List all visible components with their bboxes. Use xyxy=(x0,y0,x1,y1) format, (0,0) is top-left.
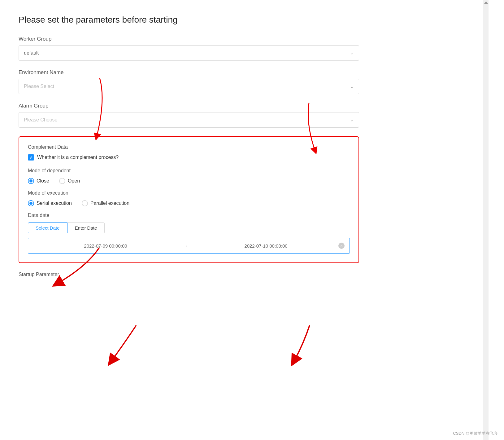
radio-serial-icon xyxy=(28,200,34,206)
environment-name-select[interactable]: Please Select ⌄ xyxy=(19,79,359,94)
checkmark-icon: ✓ xyxy=(29,156,33,160)
chevron-down-icon: ⌄ xyxy=(350,84,354,89)
worker-group-label: Worker Group xyxy=(19,36,464,42)
radio-parallel-icon xyxy=(82,200,88,206)
enter-date-tab[interactable]: Enter Date xyxy=(67,222,105,233)
mode-execution-group: Mode of execution Serial execution Paral… xyxy=(28,190,350,206)
radio-open-icon xyxy=(59,178,65,184)
environment-name-placeholder: Please Select xyxy=(24,84,54,89)
scrollbar[interactable] xyxy=(483,0,489,440)
radio-serial-label: Serial execution xyxy=(37,200,72,206)
start-date-value: 2022-07-09 00:00:00 xyxy=(33,243,178,249)
scroll-up-arrow[interactable] xyxy=(484,1,488,4)
data-date-label: Data date xyxy=(28,213,350,218)
date-range-input[interactable]: 2022-07-09 00:00:00 → 2022-07-10 00:00:0… xyxy=(28,238,350,254)
mode-execution-serial[interactable]: Serial execution xyxy=(28,200,72,206)
complement-checkbox-row[interactable]: ✓ Whether it is a complement process? xyxy=(28,154,350,161)
worker-group-value: default xyxy=(24,50,39,56)
date-clear-button[interactable]: × xyxy=(338,243,345,249)
worker-group-select[interactable]: default ⌄ xyxy=(19,45,359,61)
environment-name-field: Environment Name Please Select ⌄ xyxy=(19,69,464,94)
chevron-down-icon: ⌄ xyxy=(350,51,354,55)
alarm-group-label: Alarm Group xyxy=(19,103,464,109)
mode-execution-label: Mode of execution xyxy=(28,190,350,196)
alarm-group-placeholder: Please Choose xyxy=(24,117,58,123)
radio-parallel-label: Parallel execution xyxy=(90,200,129,206)
page-title: Please set the parameters before startin… xyxy=(19,15,464,25)
mode-dependent-options: Close Open xyxy=(28,178,350,184)
startup-parameter-section: Startup Parameter xyxy=(19,272,464,277)
mode-dependent-open[interactable]: Open xyxy=(59,178,80,184)
date-tab-row: Select Date Enter Date xyxy=(28,222,350,233)
alarm-group-field: Alarm Group Please Choose ⌄ xyxy=(19,103,464,128)
data-date-section: Data date Select Date Enter Date 2022-07… xyxy=(28,213,350,254)
mode-dependent-close[interactable]: Close xyxy=(28,178,49,184)
radio-close-label: Close xyxy=(37,178,49,184)
environment-name-label: Environment Name xyxy=(19,69,464,76)
date-arrow-icon: → xyxy=(178,243,193,249)
mode-execution-options: Serial execution Parallel execution xyxy=(28,200,350,206)
mode-execution-parallel[interactable]: Parallel execution xyxy=(82,200,129,206)
radio-open-label: Open xyxy=(68,178,80,184)
worker-group-field: Worker Group default ⌄ xyxy=(19,36,464,61)
mode-dependent-label: Mode of dependent xyxy=(28,168,350,174)
mode-dependent-group: Mode of dependent Close Open xyxy=(28,168,350,184)
end-date-value: 2022-07-10 00:00:00 xyxy=(193,243,338,249)
complement-data-label: Complement Data xyxy=(28,144,350,150)
complement-checkbox[interactable]: ✓ xyxy=(28,154,34,161)
chevron-down-icon: ⌄ xyxy=(350,117,354,122)
alarm-group-select[interactable]: Please Choose ⌄ xyxy=(19,112,359,128)
select-date-tab[interactable]: Select Date xyxy=(28,222,67,233)
startup-parameter-label: Startup Parameter xyxy=(19,272,59,277)
complement-checkbox-label: Whether it is a complement process? xyxy=(37,155,119,160)
radio-close-icon xyxy=(28,178,34,184)
complement-data-section: Complement Data ✓ Whether it is a comple… xyxy=(19,136,359,263)
watermark: CSDN @勇敢羊羊在飞奔 xyxy=(453,431,498,436)
close-icon: × xyxy=(340,244,343,248)
